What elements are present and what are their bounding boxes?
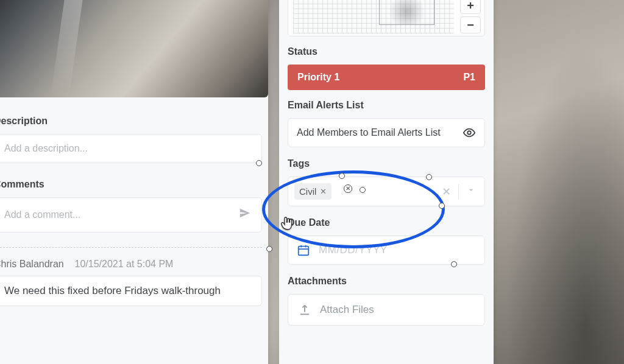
tags-separator [458,184,459,200]
detail-panel: + − Status Priority 1 P1 Email Alerts Li… [279,0,494,364]
floorplan-preview[interactable]: + − [288,0,485,37]
issue-photo[interactable] [0,0,268,97]
zoom-in-button[interactable]: + [460,0,481,14]
email-alerts-label: Email Alerts List [288,100,485,111]
comments-label: Comments [0,179,268,190]
description-input-box[interactable] [0,134,262,163]
tags-clear-icon[interactable]: ✕ [439,185,453,198]
calendar-icon[interactable] [297,243,310,257]
email-alerts-placeholder: Add Members to Email Alerts List [297,127,441,138]
tag-chip-civil[interactable]: Civil ✕ [294,183,332,200]
zoom-out-button[interactable]: − [460,16,481,33]
description-label: Description [0,116,268,127]
tags-label: Tags [288,158,485,169]
email-alerts-field[interactable]: Add Members to Email Alerts List [288,118,485,147]
attach-files-button[interactable]: Attach Files [288,294,485,326]
comment-input-box[interactable] [0,197,262,233]
due-date-input[interactable] [319,244,448,256]
status-pill[interactable]: Priority 1 P1 [288,65,485,90]
comment-timestamp: 10/15/2021 at 5:04 PM [75,259,174,269]
tag-remove-icon[interactable]: ✕ [320,187,327,196]
svg-point-0 [467,131,471,135]
eye-icon[interactable] [463,126,476,139]
tags-dropdown-icon[interactable] [464,185,478,198]
tag-chip-label: Civil [299,186,316,197]
comment-meta: Chris Balandran 10/15/2021 at 5:04 PM [0,259,268,270]
attach-files-label: Attach Files [320,304,374,316]
attachments-label: Attachments [288,276,485,287]
comment-input[interactable] [4,209,232,220]
comment-divider [0,247,262,248]
comment-body: We need this fixed before Fridays walk-t… [0,276,262,306]
status-value: Priority 1 [297,72,339,83]
tags-field[interactable]: Civil ✕ ✕ [288,177,485,206]
send-icon[interactable] [238,206,252,223]
description-input[interactable] [4,143,252,154]
comment-author: Chris Balandran [0,259,64,269]
left-panel: Description Comments Chris Balandran 10/… [0,0,268,364]
status-code: P1 [463,72,475,83]
floorplan-thumbnail [293,0,454,33]
svg-rect-1 [299,247,309,256]
background-photo-right [494,0,624,364]
due-date-field[interactable] [288,236,485,265]
due-date-label: Due Date [288,217,485,228]
upload-icon [298,303,311,317]
status-label: Status [288,46,485,57]
